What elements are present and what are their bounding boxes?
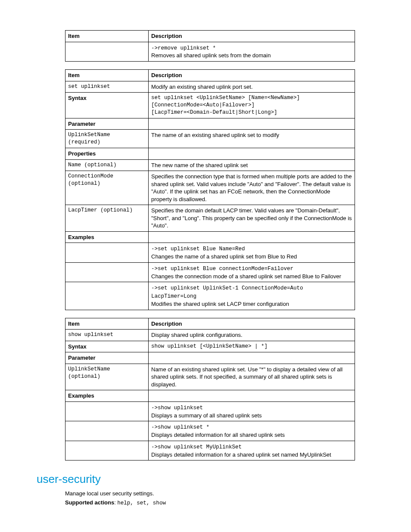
code-example: ->remove uplinkset * [151, 45, 216, 51]
supported-actions: Supported actions: help, set, show [65, 499, 355, 506]
table-header-description: Description [149, 69, 355, 81]
table-row: Parameter [65, 118, 355, 130]
table-header-description: Description [149, 318, 355, 330]
table-row: Name (optional) The new name of the shar… [65, 159, 355, 171]
section-intro: Manage local user security settings. [65, 490, 355, 497]
table-row: ->set uplinkset Blue connectionMode=Fail… [65, 262, 355, 282]
table-row: UplinkSetName (required) The name of an … [65, 130, 355, 148]
table-header-item: Item [65, 69, 149, 81]
table-row: UplinkSetName (optional) Name of an exis… [65, 364, 355, 390]
table-set-uplinkset: Item Description set uplinkset Modify an… [65, 69, 355, 310]
table-row: ->set uplinkset UplinkSet-1 ConnectionMo… [65, 282, 355, 310]
table-remove-uplinkset: Item Description ->remove uplinkset * Re… [65, 30, 355, 62]
table-row: ->remove uplinkset * Removes all shared … [65, 42, 355, 61]
table-row: ->set uplinkset Blue Name=Red Changes th… [65, 243, 355, 262]
table-row: ->show uplinkset * Displays detailed inf… [65, 421, 355, 441]
table-row: show uplinkset Display shared uplink con… [65, 330, 355, 341]
table-row: set uplinkset Modify an existing shared … [65, 81, 355, 93]
table-row: LacpTimer (optional) Specifies the domai… [65, 205, 355, 232]
table-row: Syntax show uplinkset [<UplinkSetName> |… [65, 341, 355, 352]
table-row: ConnectionMode (optional) Specifies the … [65, 171, 355, 205]
table-header-item: Item [65, 318, 149, 330]
table-row: Parameter [65, 352, 355, 364]
table-row: Properties [65, 148, 355, 159]
table-show-uplinkset: Item Description show uplinkset Display … [65, 318, 355, 461]
table-header-description: Description [149, 31, 355, 42]
table-row: Syntax set uplinkset <UplinkSetName> [Na… [65, 93, 355, 118]
table-row: Examples [65, 231, 355, 243]
table-row: ->show uplinkset Displays a summary of a… [65, 401, 355, 421]
table-row: Examples [65, 390, 355, 402]
table-row: ->show uplinkset MyUplinkSet Displays de… [65, 441, 355, 460]
description-text: Removes all shared uplink sets from the … [151, 52, 271, 59]
table-header-item: Item [65, 31, 149, 42]
section-heading-user-security: user-security [37, 473, 355, 486]
